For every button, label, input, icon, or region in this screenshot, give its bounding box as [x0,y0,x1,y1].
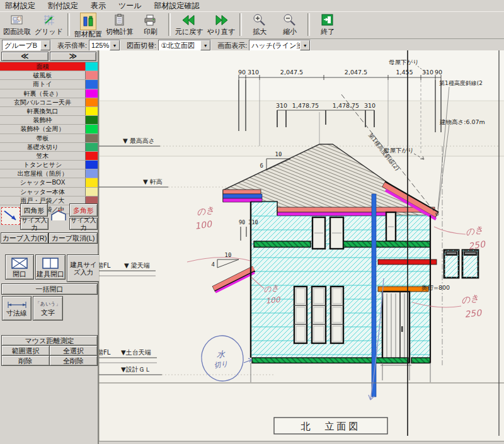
layer-row-demado-yane[interactable]: 出窓屋根（箇所） [0,169,98,178]
svg-text:90: 90 [238,69,246,76]
polygon-icon [49,208,68,222]
zoom-out-button[interactable]: 縮小 [275,13,305,36]
layer-swatch [85,178,98,186]
layer-row-genkan-balcony-tenjou[interactable]: 玄関バルコニー天井 [0,98,98,107]
next-page-button[interactable]: ≫ [50,52,97,61]
layer-swatch [85,62,98,71]
place-part-icon [80,13,96,30]
toolbar-separator [168,13,171,36]
fitting-opening-button[interactable]: 建具開口 [35,254,66,280]
sheet-label: 図面切替: [127,41,156,50]
cut-calc-button[interactable]: 切物計算 [104,13,135,36]
text-tool-button[interactable]: 「あいう」 文字 [33,296,63,321]
print-icon [143,13,158,28]
dimension-line-icon [6,300,28,309]
batch-opening-button[interactable]: 一括開口 [1,283,98,295]
scale-select[interactable]: 125% ▼ [89,40,120,51]
layer-swatch [85,71,98,79]
layer-swatch [85,169,98,178]
menu-bar: 部材設定 割付設定 表示 ツール 部材設定確認 [0,0,504,12]
svg-text:10: 10 [275,151,282,157]
curve-input-button[interactable]: カーブ入力(R) [1,232,49,244]
svg-text:2,047.5: 2,047.5 [345,69,367,76]
poly-size-input-button[interactable]: サイズ入力 [69,218,98,230]
menu-tool[interactable]: ツール [118,1,142,11]
mouse-measure-button[interactable]: マウス距離測定 [1,335,98,346]
svg-text:▼ 梁天端: ▼ 梁天端 [124,262,150,269]
curve-cancel-button[interactable]: カーブ取消(L) [49,232,98,244]
rectangle-tool-button[interactable]: 四角形 [20,203,48,217]
menu-buzai-settei-kakunin[interactable]: 部材設定確認 [154,1,200,11]
windows-1f [294,287,343,343]
svg-text:90: 90 [435,69,442,76]
layer-swatch [85,188,98,196]
layer-row-hafuita[interactable]: 破風板 [0,71,98,80]
entrance-door [382,292,410,363]
menu-buzai-settei[interactable]: 部材設定 [5,1,35,11]
layer-row-kasagi[interactable]: 笠木 [0,152,98,161]
group-select[interactable]: グループB ▼ [2,40,51,51]
layer-row-soushokuwaku[interactable]: 装飾枠 [0,116,98,125]
menu-hyouji[interactable]: 表示 [91,1,106,11]
fitting-size-button[interactable]: 建具サイズ入力 [67,254,100,282]
layer-row-menseki[interactable]: 面積 [0,62,98,71]
scale-label: 表示倍率: [57,41,87,50]
svg-text:母屋下がり: 母屋下がり [384,147,414,154]
zoom-in-button[interactable]: 拡大 [244,13,275,36]
drawing-canvas[interactable]: 90 310 2,047.5 2,047.5 1,455 310 90 母屋下が… [99,50,504,441]
chevron-down-icon[interactable]: ▼ [200,40,210,50]
svg-text:2,047.5: 2,047.5 [280,69,303,76]
layer-row-kiso-mizukiri[interactable]: 基礎水切り [0,143,98,152]
read-drawing-icon [9,13,25,28]
moya-sagari-top-label: 母屋下がり [389,59,419,65]
sheet-select[interactable]: ①北立面図 ▼ [158,40,211,51]
select-all-button[interactable]: 全選択 [49,345,98,356]
layer-row-shutter-box[interactable]: シャッターBOX [0,178,98,187]
place-part-button[interactable]: 部材配置 [72,13,104,38]
layer-swatch [85,161,98,169]
delete-all-button[interactable]: 全削除 [49,355,98,366]
svg-text:▼土台天端: ▼土台天端 [121,349,151,356]
grid-button[interactable]: グリッド [33,13,65,36]
toolbar-separator [239,13,242,36]
layer-sidebar: ≪ ≫ 面積 破風板 雨トイ 軒裏（長さ） 玄関バルコニー天井 軒裏換気口 装飾… [0,50,99,444]
dimension-line-button[interactable]: 寸法線 [2,296,32,321]
layer-swatch [85,98,98,106]
svg-text:1,478.75: 1,478.75 [292,102,319,109]
layer-list: 面積 破風板 雨トイ 軒裏（長さ） 玄関バルコニー天井 軒裏換気口 装飾枠 装飾… [0,62,98,214]
svg-text:310: 310 [276,102,287,109]
polygon-tool-button[interactable]: 多角形 [69,203,98,217]
base-band [252,358,430,363]
prev-page-button[interactable]: ≪ [1,52,49,61]
toolbar-separator [307,13,310,36]
undo-button[interactable]: 元に戻す [173,13,205,36]
print-button[interactable]: 印刷 [135,13,166,36]
svg-text:4: 4 [212,261,215,268]
building-height-label: 建物高さ:6.07m [439,118,485,125]
chevron-down-icon[interactable]: ▼ [40,40,50,50]
fitting-opening-icon [42,257,59,270]
layer-row-obiita[interactable]: 帯板 [0,134,98,143]
read-drawing-button[interactable]: 図面読取 [1,13,33,36]
range-select-button[interactable]: 範囲選択 [1,345,50,356]
svg-text:250: 250 [464,307,483,319]
layer-row-nokiura-nagasa[interactable]: 軒裏（長さ） [0,89,98,98]
chevron-down-icon[interactable]: ▼ [300,40,310,50]
svg-text:100: 100 [265,295,282,305]
menu-waritsuke-settei[interactable]: 割付設定 [48,1,78,11]
toolbar-separator [67,13,70,36]
svg-text:1,455: 1,455 [396,69,413,76]
opening-tool-button[interactable]: 開口 [5,254,34,280]
view-select[interactable]: ハッチ(ライン塗潰) ▼ [249,40,311,51]
redo-button[interactable]: やり直す [205,13,238,36]
exit-button[interactable]: 終了 [312,13,343,36]
layer-row-soushokuwaku-zenshuu[interactable]: 装飾枠（全周） [0,125,98,134]
cut-calc-icon [112,13,127,28]
rect-size-input-button[interactable]: サイズ入力 [20,218,49,230]
layer-row-nokiura-kankikou[interactable]: 軒裏換気口 [0,107,98,116]
layer-row-shutter-hontai[interactable]: シャッター本体 [0,188,98,196]
layer-row-amatoi[interactable]: 雨トイ [0,80,98,89]
chevron-down-icon[interactable]: ▼ [110,40,120,50]
layer-row-totan-hisashi[interactable]: トタンヒサシ [0,161,98,169]
delete-button[interactable]: 削除 [1,355,50,366]
